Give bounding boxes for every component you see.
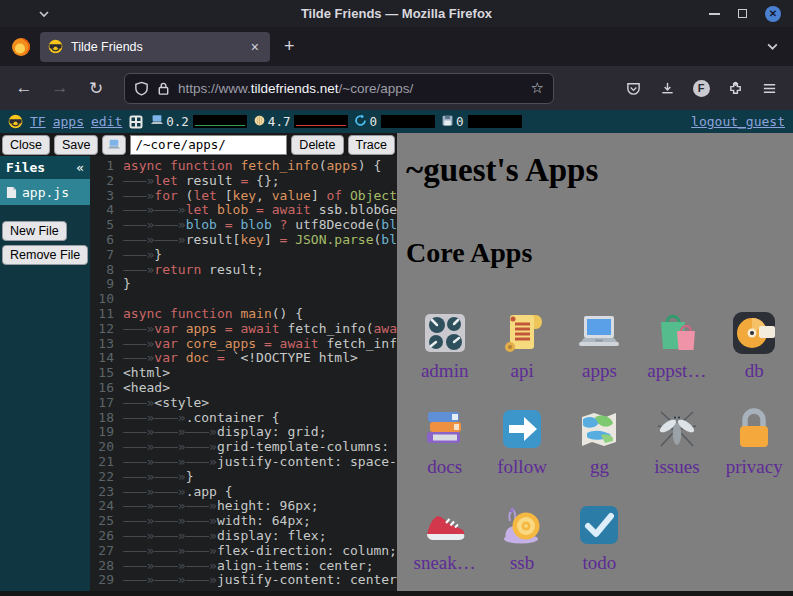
app-tile-ssb[interactable]: ssb [488,489,556,585]
tab-tilde-friends[interactable]: Tilde Friends × [40,32,270,62]
code-line[interactable]: 9} [90,277,397,292]
code-line[interactable]: 27———»———»———»flex-direction: column; [90,544,397,559]
snail-icon [498,501,546,549]
app-tile-gg[interactable]: gg [565,393,633,489]
code-line[interactable]: 21———»———»———»justify-content: space-a [90,455,397,470]
code-line[interactable]: 4———»———»let blob = await ssb.blobGet [90,203,397,218]
app-tile-appst[interactable]: appst… [643,297,711,393]
edit-link[interactable]: edit [91,114,122,129]
list-tabs-chevron-icon[interactable] [766,42,779,51]
lock-padlock-icon[interactable] [156,81,171,96]
minimize-button[interactable] [709,13,720,15]
app-label: todo [583,552,617,574]
tf-home-link[interactable]: TF [30,114,46,129]
line-number: 12 [90,322,114,337]
app-tile-db[interactable]: db [720,297,788,393]
window-title: Tilde Friends — Mozilla Firefox [0,6,793,21]
code-line[interactable]: 22———»———»} [90,470,397,485]
app-tile-apps[interactable]: apps [565,297,633,393]
line-number: 6 [90,233,114,248]
app-label: issues [654,456,699,478]
menu-hamburger-icon[interactable] [755,74,783,102]
apps-link[interactable]: apps [53,114,84,129]
code-line[interactable]: 23———»———».app { [90,485,397,500]
apps-grid-icon[interactable] [129,115,143,129]
downloads-icon[interactable] [653,74,681,102]
url-bar[interactable]: https://www.tildefriends.net/~core/apps/… [124,73,554,104]
logout-link[interactable]: logout_guest [691,114,785,129]
code-line[interactable]: 7———»} [90,248,397,263]
app-tile-follow[interactable]: follow [488,393,556,489]
app-label: privacy [726,456,783,478]
pocket-icon[interactable] [619,74,647,102]
app-tile-api[interactable]: api [488,297,556,393]
code-line[interactable]: 16<head> [90,381,397,396]
preview-laptop-button[interactable] [102,135,126,155]
reload-button[interactable]: ↻ [82,74,110,102]
shield-icon[interactable] [134,81,149,96]
code-line[interactable]: 2———»let result = {}; [90,174,397,189]
app-tile-issues[interactable]: issues [643,393,711,489]
code-line[interactable]: 14———»var doc = `<!DOCTYPE html> [90,351,397,366]
code-line[interactable]: 13———»var core_apps = await fetch_info [90,337,397,352]
line-number: 27 [90,544,114,559]
maximize-button[interactable] [738,9,747,18]
line-number: 21 [90,455,114,470]
code-line[interactable]: 17———»<style> [90,396,397,411]
tab-title: Tilde Friends [71,40,248,54]
delete-button[interactable]: Delete [291,135,343,155]
code-line[interactable]: 8———»return result; [90,263,397,278]
app-label: docs [427,456,462,478]
code-line[interactable]: 18———»———».container { [90,411,397,426]
stat-value: 0.2 [166,114,189,129]
new-tab-button[interactable]: + [284,36,295,57]
code-line[interactable]: 26———»———»———»display: flex; [90,529,397,544]
app-tile-sneak[interactable]: sneak… [411,489,479,585]
stat-item: 4.7 [253,114,349,130]
code-line[interactable]: 3———»for (let [key, value] of Object. [90,189,397,204]
extensions-puzzle-icon[interactable] [721,74,749,102]
new-file-button[interactable]: New File [2,221,67,241]
code-line[interactable]: 15<html> [90,366,397,381]
app-tile-privacy[interactable]: privacy [720,393,788,489]
code-line[interactable]: 20———»———»———»grid-template-columns: r [90,440,397,455]
app-tile-docs[interactable]: docs [411,393,479,489]
collapse-files-icon[interactable]: « [76,160,84,175]
code-line[interactable]: 5———»———»blob = blob ? utf8Decode(blo [90,218,397,233]
close-button[interactable]: Close [2,135,50,155]
chevron-down-icon[interactable] [38,10,50,18]
file-item-appjs[interactable]: app.js [0,179,90,205]
forward-button[interactable]: → [46,74,74,102]
code-line[interactable]: 6———»———»result[key] = JSON.parse(blo [90,233,397,248]
code-line[interactable]: 25———»———»———»width: 64px; [90,514,397,529]
code-line[interactable]: 28———»———»———»align-items: center; [90,559,397,574]
code-line[interactable]: 1async function fetch_info(apps) { [90,159,397,174]
code-line[interactable]: 24———»———»———»height: 96px; [90,499,397,514]
line-number: 23 [90,485,114,500]
save-button[interactable]: Save [54,135,99,155]
close-window-button[interactable]: ✕ [765,6,781,22]
code-editor[interactable]: 1async function fetch_info(apps) { 2———»… [90,156,397,591]
app-label: gg [590,456,609,478]
tab-close-icon[interactable]: × [248,39,262,55]
app-path-input[interactable] [130,135,287,155]
code-line[interactable]: 12———»var apps = await fetch_info(awai [90,322,397,337]
code-line[interactable]: 29———»———»———»justify-content: center; [90,573,397,588]
account-avatar[interactable]: F [687,74,715,102]
sync-icon [354,114,367,130]
back-button[interactable]: ← [10,74,38,102]
remove-file-button[interactable]: Remove File [2,245,88,265]
browser-window: Tilde Friends — Mozilla Firefox ✕ Tilde … [0,0,793,596]
app-tile-todo[interactable]: todo [565,489,633,585]
lock-icon [730,405,778,453]
code-line[interactable]: 10 [90,292,397,307]
code-line[interactable]: 19———»———»———»display: grid; [90,425,397,440]
editor-toolbar: Close Save Delete Trace [0,133,397,156]
stat-value: 4.7 [268,114,291,129]
url-text[interactable]: https://www.tildefriends.net/~core/apps/ [178,81,524,96]
mosquito-icon [653,405,701,453]
code-line[interactable]: 11async function main() { [90,307,397,322]
trace-button[interactable]: Trace [348,135,396,155]
bookmark-star-icon[interactable]: ☆ [531,79,544,97]
app-tile-admin[interactable]: admin [411,297,479,393]
